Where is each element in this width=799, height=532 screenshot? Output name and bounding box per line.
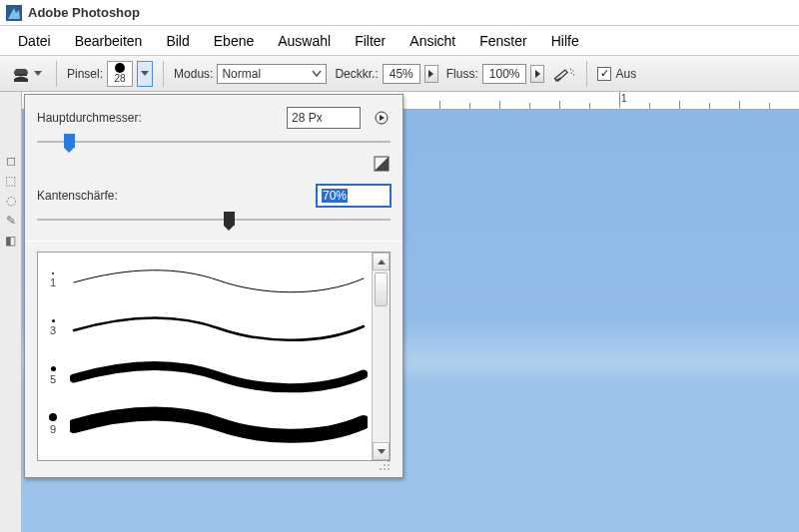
separator	[586, 61, 587, 87]
tool-slot[interactable]: ◻	[2, 152, 20, 170]
brush-preview-dot-icon	[115, 63, 125, 73]
menu-datei[interactable]: Datei	[6, 29, 63, 53]
opacity-label: Deckkr.:	[335, 67, 378, 81]
divider	[25, 241, 402, 242]
aligned-label-partial: Aus	[615, 67, 636, 81]
ruler-minor-tick	[739, 101, 740, 109]
brush-preset-item[interactable]: 1	[42, 257, 368, 304]
ruler-minor-tick	[769, 103, 770, 109]
svg-point-5	[573, 74, 574, 75]
mode-value: Normal	[222, 67, 261, 81]
svg-point-3	[573, 70, 574, 71]
brush-preset-stroke-preview	[70, 356, 368, 396]
scroll-thumb[interactable]	[375, 272, 388, 306]
opacity-input[interactable]: 45%	[383, 64, 420, 84]
diameter-label: Hauptdurchmesser:	[37, 111, 142, 125]
resize-grip[interactable]	[37, 461, 391, 471]
mode-label: Modus:	[174, 67, 213, 81]
separator	[163, 61, 164, 87]
slider-track	[37, 219, 391, 221]
brush-preset-size: 1	[42, 272, 64, 288]
brush-preset-stroke-preview	[70, 261, 368, 300]
brush-preset-item[interactable]: 3	[42, 304, 368, 352]
triangle-right-icon	[535, 70, 540, 78]
separator	[56, 61, 57, 87]
tool-dropdown-icon	[34, 71, 42, 76]
flyout-menu-button[interactable]	[373, 109, 391, 127]
menu-ebene[interactable]: Ebene	[202, 29, 266, 53]
hardness-slider[interactable]	[37, 213, 391, 227]
brush-preset-size: 5	[42, 366, 64, 385]
ruler-minor-tick	[439, 101, 440, 109]
svg-point-8	[388, 460, 390, 462]
svg-point-11	[380, 468, 382, 470]
svg-point-13	[388, 468, 390, 470]
ruler-minor-tick	[469, 103, 470, 109]
aligned-checkbox[interactable]: ✓	[597, 67, 611, 81]
scroll-down-button[interactable]	[373, 442, 390, 460]
chevron-down-icon	[312, 70, 322, 78]
reset-brush-button[interactable]	[373, 155, 391, 173]
brush-dropdown-button[interactable]	[137, 61, 153, 87]
opacity-flyout-button[interactable]	[424, 65, 438, 83]
menu-hilfe[interactable]: Hilfe	[539, 29, 591, 53]
ruler-tick-label: 1	[621, 93, 627, 104]
svg-point-10	[388, 464, 390, 466]
slider-track	[37, 141, 391, 143]
hardness-input[interactable]: 70%	[317, 185, 391, 207]
svg-point-9	[384, 464, 386, 466]
tool-slot[interactable]: ✎	[2, 212, 20, 230]
toolbox: ◻ ⬚ ◌ ✎ ◧	[0, 92, 22, 532]
brush-preset-item[interactable]: 5	[42, 352, 368, 400]
brush-settings-flyout: Hauptdurchmesser: 28 Px Kantenschärfe: 7…	[24, 94, 403, 478]
clone-stamp-icon	[10, 63, 32, 85]
menu-filter[interactable]: Filter	[343, 29, 398, 53]
slider-thumb[interactable]	[64, 134, 75, 148]
flow-value: 100%	[489, 67, 520, 81]
flow-input[interactable]: 100%	[482, 64, 527, 84]
svg-point-12	[384, 468, 386, 470]
resize-grip-icon	[379, 459, 391, 471]
active-tool-button[interactable]	[6, 61, 46, 87]
title-bar: Adobe Photoshop	[0, 0, 799, 26]
menu-bar: Datei Bearbeiten Bild Ebene Auswahl Filt…	[0, 26, 799, 56]
opacity-value: 45%	[390, 67, 413, 81]
tool-slot[interactable]: ◌	[2, 192, 20, 210]
scrollbar[interactable]	[372, 253, 390, 460]
brush-preset-stroke-preview	[70, 308, 368, 348]
brush-preset-stroke-preview	[70, 404, 368, 444]
svg-point-2	[570, 68, 571, 69]
ruler-minor-tick	[589, 103, 590, 109]
brush-preset-item[interactable]: 9	[42, 400, 368, 448]
brush-preview[interactable]: 28	[107, 61, 133, 87]
ruler-minor-tick	[649, 103, 650, 109]
half-square-icon	[374, 156, 390, 172]
flow-label: Fluss:	[446, 67, 478, 81]
menu-auswahl[interactable]: Auswahl	[266, 29, 343, 53]
mode-select[interactable]: Normal	[217, 64, 327, 84]
diameter-input[interactable]: 28 Px	[287, 107, 361, 129]
airbrush-icon[interactable]	[552, 65, 576, 83]
menu-ansicht[interactable]: Ansicht	[398, 29, 467, 53]
menu-bearbeiten[interactable]: Bearbeiten	[63, 29, 155, 53]
tool-slot[interactable]: ◧	[2, 232, 20, 250]
flow-flyout-button[interactable]	[530, 65, 544, 83]
diameter-slider[interactable]	[37, 135, 391, 149]
app-logo-icon	[6, 5, 22, 21]
slider-thumb[interactable]	[224, 212, 235, 226]
brush-preset-list: 1 3 5 9	[37, 252, 391, 461]
scroll-up-button[interactable]	[373, 253, 390, 270]
tool-slot[interactable]: ⬚	[2, 172, 20, 190]
menu-bild[interactable]: Bild	[154, 29, 201, 53]
triangle-right-icon	[428, 70, 433, 78]
brush-label: Pinsel:	[67, 67, 103, 81]
circle-play-icon	[375, 111, 389, 125]
ruler-major-tick	[619, 92, 620, 108]
brush-preset-size: 9	[42, 413, 64, 435]
brush-preview-size: 28	[114, 74, 125, 84]
menu-fenster[interactable]: Fenster	[467, 29, 538, 53]
ruler-minor-tick	[559, 101, 560, 109]
diameter-value: 28 Px	[292, 111, 323, 125]
svg-rect-1	[15, 74, 27, 76]
hardness-label: Kantenschärfe:	[37, 189, 118, 203]
